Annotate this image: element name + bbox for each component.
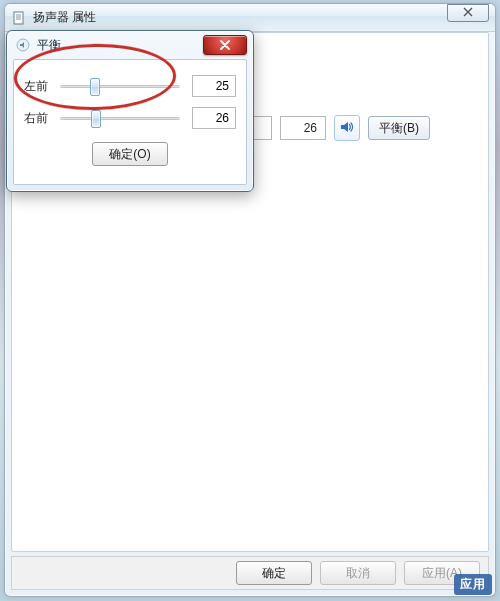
main-cancel-button[interactable]: 取消 [320, 561, 396, 585]
speaker-icon [339, 119, 355, 138]
balance-button[interactable]: 平衡(B) [368, 116, 430, 140]
main-footer: 确定 取消 应用(A) [11, 556, 489, 590]
slider-label: 左前 [24, 78, 56, 95]
dialog-buttons: 确定(O) [24, 142, 236, 166]
slider-row-left-front: 左前 25 [24, 72, 236, 100]
mute-toggle-button[interactable] [334, 115, 360, 141]
svg-rect-0 [14, 12, 23, 24]
slider-track [60, 85, 180, 88]
right-front-slider[interactable] [60, 109, 180, 127]
document-icon [11, 10, 27, 26]
slider-track [60, 117, 180, 120]
main-ok-button[interactable]: 确定 [236, 561, 312, 585]
slider-label: 右前 [24, 110, 56, 127]
slider-thumb[interactable] [90, 78, 100, 96]
right-front-value[interactable]: 26 [192, 107, 236, 129]
main-window-title: 扬声器 属性 [33, 9, 96, 26]
left-front-slider[interactable] [60, 77, 180, 95]
volume-icon [15, 37, 31, 53]
slider-row-right-front: 右前 26 [24, 104, 236, 132]
balance-dialog: 平衡 左前 25 右前 26 确定(O) [6, 30, 254, 192]
dialog-title: 平衡 [37, 37, 61, 54]
main-titlebar[interactable]: 扬声器 属性 [5, 4, 495, 32]
main-close-button[interactable] [447, 4, 489, 22]
dialog-client-area: 左前 25 右前 26 确定(O) [13, 59, 247, 185]
level-value-field[interactable]: 26 [280, 116, 326, 140]
slider-thumb[interactable] [91, 110, 101, 128]
close-icon [463, 7, 473, 19]
watermark-badge: 应用 [454, 574, 492, 595]
dialog-titlebar[interactable]: 平衡 [7, 31, 253, 59]
dialog-close-button[interactable] [203, 35, 247, 55]
left-front-value[interactable]: 25 [192, 75, 236, 97]
close-icon [219, 40, 231, 50]
dialog-ok-button[interactable]: 确定(O) [92, 142, 168, 166]
